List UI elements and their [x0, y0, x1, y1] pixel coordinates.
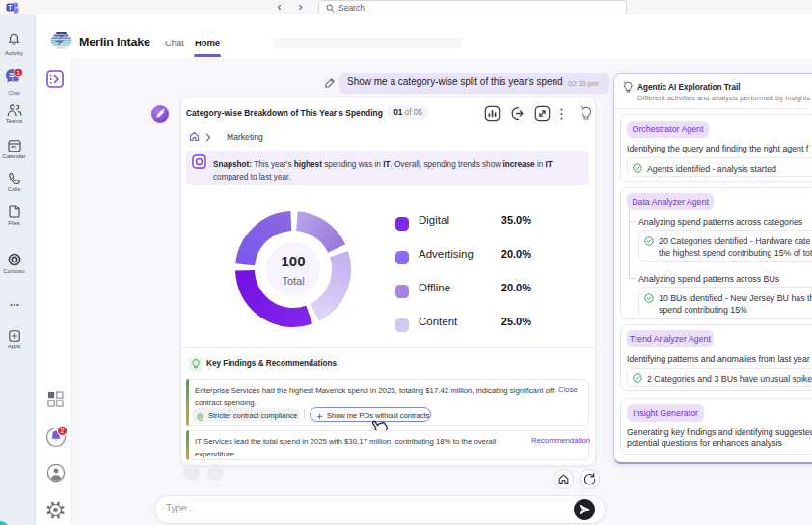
svg-text:1: 1 [16, 69, 20, 76]
svg-text:2: 2 [61, 428, 65, 434]
svg-text:T: T [8, 4, 13, 11]
